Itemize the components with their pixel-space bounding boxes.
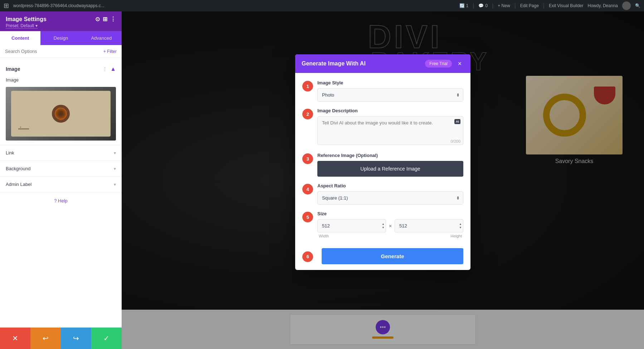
image-label: Image — [0, 76, 122, 85]
step-6-circle: 6 — [302, 251, 313, 262]
ai-icon: AI — [454, 119, 460, 124]
link-section-header[interactable]: Link ▾ — [0, 145, 122, 161]
width-down-button[interactable]: ▼ — [382, 226, 385, 229]
modal-close-button[interactable]: × — [455, 59, 464, 68]
step-3-wrapper: 3 Reference Image (Optional) Upload a Re… — [302, 153, 463, 177]
step-4-circle: 4 — [302, 184, 313, 195]
background-section[interactable]: Background ▾ — [0, 161, 122, 176]
modal-header-right: Free Trial × — [425, 59, 464, 68]
panel-menu-icon[interactable]: ⋮ — [110, 16, 116, 23]
admin-label-chevron-icon: ▾ — [114, 182, 116, 187]
panel-header: Image Settings ⊙ ⊞ ⋮ Preset: Default ▾ — [0, 11, 122, 31]
size-separator: × — [389, 223, 392, 229]
step-4-content: Aspect Ratio Square (1:1) ⬍ — [317, 183, 463, 205]
redo-button[interactable]: ↪ — [61, 328, 91, 349]
link-chevron-icon: ▾ — [114, 151, 116, 156]
image-desc-textarea[interactable] — [317, 116, 463, 145]
panel-icon-2[interactable]: ⊞ — [103, 16, 107, 23]
preview-image — [11, 91, 110, 137]
image-section: Image ⋮ ▲ Image — [0, 61, 122, 141]
image-preview — [6, 87, 116, 141]
image-desc-textarea-wrapper: AI 0/200 — [317, 116, 463, 146]
cancel-button[interactable]: ✕ — [0, 328, 30, 349]
panel-body: Image ⋮ ▲ Image — [0, 58, 122, 328]
step-1-content: Image Style Photo ⬍ — [317, 80, 463, 102]
step-1-circle: 1 — [302, 81, 313, 92]
char-counter: 0/200 — [450, 139, 460, 143]
panel-icon-1[interactable]: ⊙ — [95, 16, 100, 23]
aspect-ratio-select[interactable]: Square (1:1) — [317, 191, 463, 205]
step-2-wrapper: 2 Image Description AI 0/200 — [302, 108, 463, 146]
toolbar-right: Howdy, Deanna 🔍 — [588, 1, 641, 10]
tab-content[interactable]: Content — [0, 31, 40, 45]
upload-reference-button[interactable]: Upload a Reference Image — [317, 161, 463, 177]
admin-label-section[interactable]: Admin Label ▾ — [0, 176, 122, 192]
height-spinner: ▲ ▼ — [459, 223, 462, 229]
free-trial-badge: Free Trial — [425, 60, 452, 68]
filter-button[interactable]: + Filter — [103, 49, 117, 54]
height-up-button[interactable]: ▲ — [459, 223, 462, 226]
step-3-content: Reference Image (Optional) Upload a Refe… — [317, 153, 463, 177]
width-spinner: ▲ ▼ — [382, 223, 385, 229]
panel-tabs: Content Design Advanced — [0, 31, 122, 45]
wp-toolbar: ⊞ wordpress-784896-3766464.cloudwaysapps… — [0, 0, 644, 11]
step-5-content: Size ▲ ▼ × — [317, 211, 463, 238]
image-section-title: Image — [6, 66, 20, 72]
wp-logo-icon[interactable]: ⊞ — [4, 2, 9, 10]
height-input[interactable] — [395, 219, 463, 232]
image-desc-label: Image Description — [317, 108, 463, 113]
tab-advanced[interactable]: Advanced — [81, 31, 122, 45]
new-item[interactable]: + New — [498, 3, 510, 8]
width-label: Width — [319, 234, 329, 238]
help-link[interactable]: ? Help — [0, 192, 122, 209]
size-label: Size — [317, 211, 463, 216]
width-up-button[interactable]: ▲ — [382, 223, 385, 226]
ai-modal: Generate Image With AI Free Trial × 1 Im… — [295, 54, 470, 270]
background-chevron-icon: ▾ — [114, 166, 116, 171]
link-section[interactable]: Link ▾ — [0, 145, 122, 161]
aspect-ratio-select-wrapper: Square (1:1) ⬍ — [317, 191, 463, 205]
main-canvas: DIVI BAKERY Savory Snacks ••• Generate I… — [122, 11, 644, 349]
image-section-header[interactable]: Image ⋮ ▲ — [0, 61, 122, 76]
avatar[interactable] — [622, 1, 631, 10]
image-style-label: Image Style — [317, 80, 463, 85]
width-input-wrapper: ▲ ▼ — [317, 219, 386, 232]
comments-item[interactable]: 💬 0 — [478, 3, 488, 8]
ref-image-label: Reference Image (Optional) — [317, 153, 463, 158]
edit-page-item[interactable]: Edit Page — [520, 3, 539, 8]
modal-footer: 6 Generate — [295, 245, 470, 270]
aspect-ratio-label: Aspect Ratio — [317, 183, 463, 188]
panel-search-bar: + Filter — [0, 45, 122, 58]
preset-selector[interactable]: Preset: Default ▾ — [6, 23, 116, 28]
image-style-select[interactable]: Photo — [317, 88, 463, 102]
site-url: wordpress-784896-3766464.cloudwaysapps.c… — [13, 3, 455, 8]
admin-label-section-header[interactable]: Admin Label ▾ — [0, 177, 122, 192]
search-icon[interactable]: 🔍 — [635, 3, 640, 8]
notifications-item[interactable]: 🔄 1 — [459, 3, 469, 8]
step-5-wrapper: 5 Size ▲ ▼ × — [302, 211, 463, 238]
width-input[interactable] — [317, 219, 386, 232]
modal-header: Generate Image With AI Free Trial × — [295, 54, 470, 73]
tab-design[interactable]: Design — [40, 31, 81, 45]
image-style-select-wrapper: Photo ⬍ — [317, 88, 463, 102]
search-input[interactable] — [5, 49, 103, 54]
height-down-button[interactable]: ▼ — [459, 226, 462, 229]
step-4-wrapper: 4 Aspect Ratio Square (1:1) ⬍ — [302, 183, 463, 205]
modal-body: 1 Image Style Photo ⬍ 2 — [295, 73, 470, 238]
step-5-circle: 5 — [302, 212, 313, 222]
step-2-content: Image Description AI 0/200 — [317, 108, 463, 146]
undo-button[interactable]: ↩ — [30, 328, 61, 349]
generate-button[interactable]: Generate — [322, 248, 463, 264]
save-button[interactable]: ✓ — [91, 328, 122, 349]
step-1-wrapper: 1 Image Style Photo ⬍ — [302, 80, 463, 102]
size-row: ▲ ▼ × ▲ ▼ — [317, 219, 463, 232]
exit-builder-item[interactable]: Exit Visual Builder — [549, 3, 584, 8]
bottom-bar: ✕ ↩ ↪ ✓ — [0, 328, 122, 349]
image-section-collapse-icon[interactable]: ▲ — [110, 66, 116, 72]
modal-title: Generate Image With AI — [302, 60, 366, 67]
left-panel: Image Settings ⊙ ⊞ ⋮ Preset: Default ▾ C… — [0, 11, 122, 328]
background-section-header[interactable]: Background ▾ — [0, 161, 122, 176]
height-label: Height — [450, 234, 462, 238]
panel-title: Image Settings ⊙ ⊞ ⋮ — [6, 16, 116, 23]
image-section-options-icon[interactable]: ⋮ — [102, 66, 107, 72]
